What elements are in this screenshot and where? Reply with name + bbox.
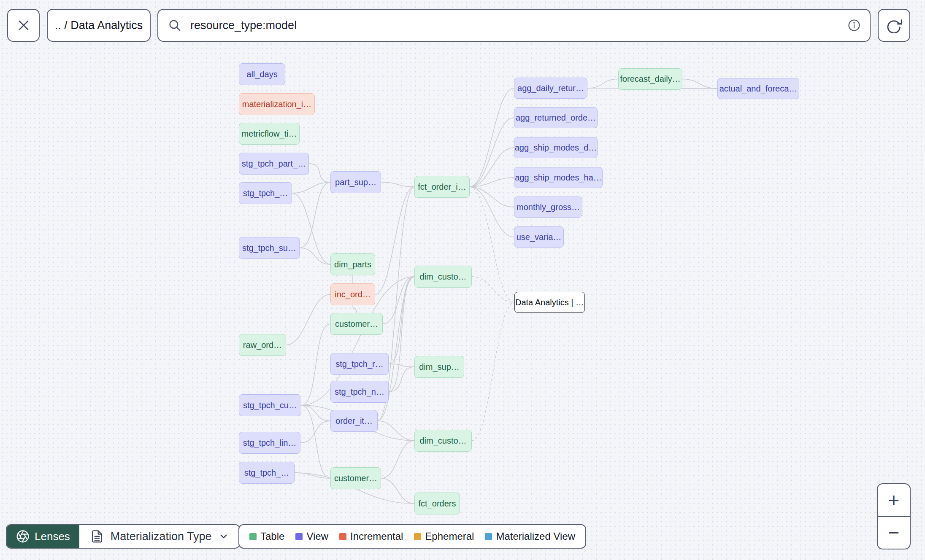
legend-swatch <box>295 533 303 540</box>
graph-node-monthly_gross[interactable]: monthly_gross… <box>514 197 582 218</box>
graph-node-stg_tpch_cu[interactable]: stg_tpch_cu… <box>239 394 301 416</box>
aperture-icon <box>16 530 30 543</box>
graph-node-materialization_i[interactable]: materialization_i… <box>239 93 315 115</box>
graph-node-actual_and_foreca[interactable]: actual_and_foreca… <box>717 78 799 99</box>
graph-node-use_varia[interactable]: use_varia… <box>514 226 564 248</box>
legend-label: Table <box>260 530 284 542</box>
graph-node-dim_sup[interactable]: dim_sup… <box>414 356 464 378</box>
graph-node-stg_tpch_r[interactable]: stg_tpch_r… <box>330 353 389 375</box>
zoom-out-button[interactable]: − <box>878 517 910 549</box>
graph-node-agg_daily_retur[interactable]: agg_daily_retur… <box>514 78 587 99</box>
graph-node-stg_tpch_su[interactable]: stg_tpch_su… <box>239 237 300 259</box>
materialization-legend: TableViewIncrementalEphemeralMaterialize… <box>238 524 586 549</box>
lineage-canvas[interactable]: all_daysmaterialization_i…metricflow_ti…… <box>0 0 925 560</box>
legend-item-table: Table <box>249 530 284 542</box>
legend-item-incremental: Incremental <box>339 530 403 542</box>
document-icon <box>90 530 104 543</box>
chevron-down-icon <box>218 531 229 542</box>
graph-node-agg_ship_modes_d[interactable]: agg_ship_modes_d… <box>514 137 598 158</box>
graph-node-customer_a[interactable]: customer… <box>330 313 383 335</box>
graph-node-all_days[interactable]: all_days <box>239 63 285 85</box>
graph-node-dim_custo_b[interactable]: dim_custo… <box>414 430 472 452</box>
lenses-label: Lenses <box>35 530 70 543</box>
lens-selector-dropdown[interactable]: Materialization Type <box>79 525 240 548</box>
graph-node-customer_b[interactable]: customer… <box>330 467 381 489</box>
graph-node-stg_tpch_lin[interactable]: stg_tpch_lin… <box>239 432 300 454</box>
legend-label: Incremental <box>350 530 403 542</box>
legend-label: Ephemeral <box>425 530 474 542</box>
graph-node-inc_ord[interactable]: inc_ord… <box>330 283 375 305</box>
zoom-control: + − <box>877 483 911 549</box>
graph-node-part_sup[interactable]: part_sup… <box>330 171 381 193</box>
graph-node-fct_order_i[interactable]: fct_order_i… <box>414 176 470 198</box>
graph-node-metricflow_ti[interactable]: metricflow_ti… <box>239 123 300 145</box>
graph-node-order_it[interactable]: order_it… <box>330 410 378 432</box>
plus-icon: + <box>888 489 900 512</box>
legend-label: Materialized View <box>496 530 575 542</box>
graph-node-stg_tpch_a[interactable]: stg_tpch_… <box>239 182 292 204</box>
legend-item-materialized-view: Materialized View <box>485 530 575 542</box>
lens-control: Lenses Materialization Type <box>6 524 240 549</box>
graph-node-stg_tpch_part[interactable]: stg_tpch_part_… <box>239 153 309 175</box>
lens-selector-label: Materialization Type <box>111 530 212 543</box>
legend-item-ephemeral: Ephemeral <box>414 530 474 542</box>
legend-swatch <box>414 533 421 540</box>
graph-node-data_analytics[interactable]: Data Analytics | … <box>514 292 585 313</box>
legend-item-view: View <box>295 530 328 542</box>
zoom-in-button[interactable]: + <box>878 484 910 517</box>
graph-node-dim_custo_a[interactable]: dim_custo… <box>414 266 472 288</box>
graph-node-dim_parts[interactable]: dim_parts <box>330 253 375 275</box>
minus-icon: − <box>888 521 900 544</box>
graph-node-stg_tpch_b[interactable]: stg_tpch_… <box>239 462 295 484</box>
legend-swatch <box>249 533 257 540</box>
graph-node-forecast_daily[interactable]: forecast_daily… <box>618 68 682 90</box>
legend-swatch <box>485 533 492 540</box>
lenses-button[interactable]: Lenses <box>7 525 79 548</box>
graph-node-raw_ord[interactable]: raw_ord… <box>239 334 286 356</box>
graph-node-agg_ship_modes_ha[interactable]: agg_ship_modes_ha… <box>514 167 603 188</box>
legend-label: View <box>306 530 328 542</box>
legend-swatch <box>339 533 346 540</box>
graph-node-agg_returned_orde[interactable]: agg_returned_orde… <box>514 107 598 128</box>
graph-node-stg_tpch_n[interactable]: stg_tpch_n… <box>330 381 389 403</box>
graph-node-fct_orders[interactable]: fct_orders <box>414 493 460 514</box>
